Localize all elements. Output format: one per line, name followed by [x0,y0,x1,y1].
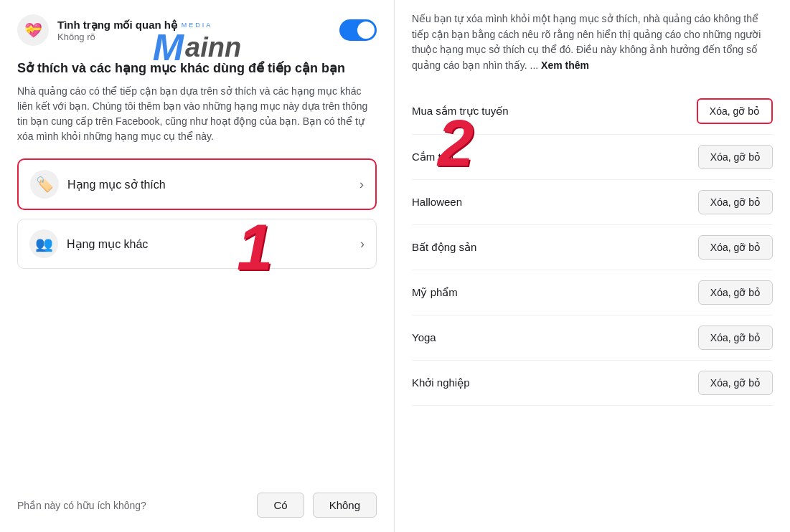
remove-btn-3[interactable]: Xóa, gỡ bỏ [698,235,773,260]
relationship-row: 💝 Tình trạng mối quan hệ Không rõ [17,14,377,46]
remove-btn-0[interactable]: Xóa, gỡ bỏ [697,98,773,124]
category-row-6: Khởi nghiệp Xóa, gỡ bỏ [412,361,773,406]
category-row-3: Bất động sản Xóa, gỡ bỏ [412,225,773,270]
category-row-5: Yoga Xóa, gỡ bỏ [412,315,773,361]
menu-item-khac[interactable]: 👥 Hạng mục khác › [17,219,377,269]
annotation-number-2: 2 [438,111,474,176]
chevron-right-icon-2: › [360,237,365,252]
relationship-title: Tình trạng mối quan hệ [57,19,177,32]
category-name-6: Khởi nghiệp [412,376,470,389]
category-name-3: Bất động sản [412,241,476,254]
helpful-question: Phần này có hữu ích không? [17,500,248,511]
category-row-2: Halloween Xóa, gỡ bỏ [412,180,773,225]
annotation-number-1: 1 [237,215,273,280]
see-more-link[interactable]: Xem thêm [541,60,589,71]
menu-item-khac-left: 👥 Hạng mục khác [29,229,148,258]
category-name-5: Yoga [412,331,436,343]
category-name-2: Halloween [412,196,462,208]
relationship-subtitle: Không rõ [57,32,177,42]
tag-icon: 🏷️ [30,170,59,199]
helpful-row: Phần này có hữu ích không? Có Không [17,481,377,518]
main-heading: Sở thích và các hạng mục khác dùng để ti… [17,60,377,77]
relationship-left: 💝 Tình trạng mối quan hệ Không rõ [17,14,177,46]
menu-item-khac-label: Hạng mục khác [67,237,148,251]
chevron-right-icon: › [359,177,364,192]
heart-icon: 💝 [17,14,49,46]
remove-btn-5[interactable]: Xóa, gỡ bỏ [698,326,773,350]
remove-btn-4[interactable]: Xóa, gỡ bỏ [698,280,773,305]
yes-button[interactable]: Có [257,493,304,518]
left-panel: MEDIA M ainn 💝 Tình trạng mối quan hệ Kh… [0,0,395,532]
menu-item-so-thich-left: 🏷️ Hạng mục sở thích [30,170,166,199]
main-description: Nhà quảng cáo có thể tiếp cận bạn dựa tr… [17,84,377,144]
right-description: Nếu bạn tự xóa mình khỏi một hạng mục sở… [412,11,773,74]
remove-btn-2[interactable]: Xóa, gỡ bỏ [698,190,773,214]
category-name-4: Mỹ phẩm [412,286,458,299]
remove-btn-1[interactable]: Xóa, gỡ bỏ [698,145,773,169]
remove-btn-6[interactable]: Xóa, gỡ bỏ [698,371,773,395]
relationship-text: Tình trạng mối quan hệ Không rõ [57,19,177,42]
right-panel: 2 Nếu bạn tự xóa mình khỏi một hạng mục … [395,0,790,532]
menu-item-so-thich-label: Hạng mục sở thích [67,178,166,191]
category-row-4: Mỹ phẩm Xóa, gỡ bỏ [412,270,773,315]
no-button[interactable]: Không [313,493,377,518]
menu-item-so-thich[interactable]: 🏷️ Hạng mục sở thích › [17,158,377,210]
group-icon: 👥 [29,229,58,258]
relationship-toggle[interactable] [339,19,377,41]
